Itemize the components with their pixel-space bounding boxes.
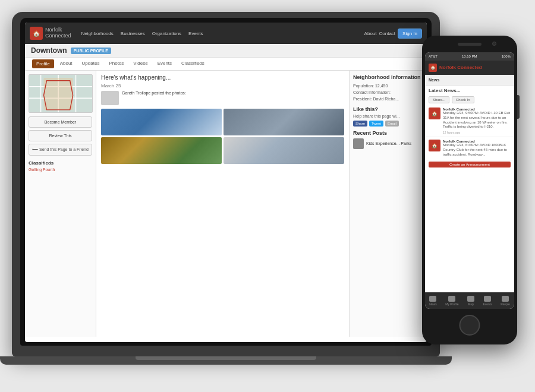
nav-links: Neighborhoods Businesses Organizations E…	[78, 29, 362, 38]
phone-news-time-1: 12 hours ago	[443, 131, 511, 134]
like-description: Help share this page wi...	[353, 114, 423, 118]
become-member-button[interactable]: Become Member	[29, 116, 92, 128]
bottom-events-label: Events	[483, 302, 492, 306]
photos-grid	[101, 109, 344, 164]
phone-logo-icon: 🏠	[429, 64, 437, 72]
nav-businesses[interactable]: Businesses	[118, 29, 148, 38]
facebook-share-button[interactable]: Share	[353, 121, 367, 127]
laptop: 🏠 Norfolk Connected Neighborhoods Busine…	[12, 12, 440, 356]
twitter-share-button[interactable]: Tweet	[369, 121, 383, 127]
phone-latest-news-title: Latest News...	[425, 86, 514, 94]
phone-news-text-2: Monday 3/24, 6:46PM: AVOID 1600BLK Count…	[443, 143, 511, 157]
nav-neighborhoods[interactable]: Neighborhoods	[78, 29, 117, 38]
phone-bottom-events[interactable]: Events	[483, 296, 492, 306]
post-date: March 25	[101, 83, 344, 88]
phone-navbar: 🏠 Norfolk Connected	[425, 61, 514, 75]
phone-news-content-1: Norfolk Connected Monday 3/24, 9:50PM: A…	[443, 108, 511, 134]
phone-home-button[interactable]	[460, 315, 480, 336]
phone-news-icon-1: 🏠	[429, 108, 440, 119]
phone-share-button[interactable]: Share...	[429, 96, 449, 103]
classifieds-title: Classifieds	[29, 160, 92, 166]
tab-videos[interactable]: Videos	[128, 58, 152, 70]
public-profile-badge: PUBLIC PROFILE	[71, 48, 111, 54]
phone-checkin-button[interactable]: Check In	[452, 96, 474, 103]
phone-side-button	[517, 95, 520, 119]
people-icon	[502, 296, 509, 302]
laptop-base	[0, 356, 452, 365]
laptop-screen: 🏠 Norfolk Connected Neighborhoods Busine…	[25, 23, 427, 342]
nav-events[interactable]: Events	[185, 29, 206, 38]
tab-updates[interactable]: Updates	[77, 58, 105, 70]
nav-organizations[interactable]: Organizations	[149, 29, 184, 38]
phone-bottom-profile[interactable]: My Profile	[445, 296, 458, 306]
email-share-button[interactable]: Email	[385, 121, 399, 127]
profile-icon	[448, 296, 455, 302]
photo-1	[101, 109, 222, 135]
recent-post-text: Kids Experience... Parks	[366, 141, 411, 146]
phone-news-item-2: 🏠 Norfolk Connected Monday 3/24, 6:46PM:…	[425, 137, 514, 160]
phone-carrier: AT&T	[429, 55, 438, 58]
phone-bottom-news[interactable]: News	[429, 296, 437, 306]
phone-speaker	[458, 43, 482, 46]
signin-button[interactable]: Sign In	[398, 29, 422, 39]
logo-text: Norfolk Connected	[45, 27, 71, 39]
tab-profile[interactable]: Profile	[32, 59, 54, 68]
tab-about[interactable]: About	[55, 58, 77, 70]
classifieds-section: Classifieds Golfing Fourth	[29, 160, 92, 172]
phone-section-title: News	[429, 78, 439, 82]
phone-app-title: Norfolk Connected	[439, 65, 482, 71]
map-image	[29, 74, 93, 113]
bottom-map-label: Map	[468, 302, 474, 306]
post-entry: Gareth Trollope posted the photos:	[101, 91, 344, 105]
nav-about[interactable]: About	[364, 31, 377, 36]
share-page-button[interactable]: ⟵ Send this Page to a Friend	[29, 144, 92, 156]
nav-right: About Contact Sign In	[364, 29, 422, 39]
phone-bottom-map[interactable]: Map	[467, 296, 474, 306]
phone-bottom-people[interactable]: People	[501, 296, 510, 306]
tab-events[interactable]: Events	[153, 58, 177, 70]
phone-news-icon-2: 🏠	[429, 140, 440, 151]
like-section-title: Like this?	[353, 106, 423, 112]
phone: AT&T 10:10 PM 100% 🏠 Norfolk Connected N…	[422, 36, 517, 344]
svg-rect-7	[44, 78, 73, 110]
phone-announce-button[interactable]: Create an Announcement	[429, 162, 511, 167]
happening-heading: Here's what's happening...	[101, 74, 344, 81]
phone-screen: AT&T 10:10 PM 100% 🏠 Norfolk Connected N…	[425, 52, 514, 309]
post-avatar	[353, 138, 364, 149]
bottom-profile-label: My Profile	[445, 302, 458, 306]
photo-2	[224, 109, 344, 135]
nav-contact[interactable]: Contact	[379, 31, 396, 36]
bottom-news-label: News	[429, 302, 437, 306]
tab-classifieds[interactable]: Classifieds	[177, 58, 209, 70]
phone-section-bar: News	[425, 75, 514, 86]
phone-action-row: Share... Check In	[425, 94, 514, 105]
classifieds-link[interactable]: Golfing Fourth	[29, 167, 92, 172]
left-sidebar: Become Member Review This ⟵ Send this Pa…	[25, 71, 96, 337]
tab-photos[interactable]: Photos	[104, 58, 128, 70]
photo-4	[224, 137, 344, 164]
recent-posts-title: Recent Posts	[353, 130, 423, 136]
phone-news-content-2: Norfolk Connected Monday 3/24, 6:46PM: A…	[443, 140, 511, 157]
main-content: Become Member Review This ⟵ Send this Pa…	[25, 71, 427, 337]
tabs-bar: Profile About Updates Photos Videos Even…	[25, 58, 427, 71]
review-button[interactable]: Review This	[29, 130, 92, 141]
nav-logo: 🏠 Norfolk Connected	[30, 27, 71, 40]
news-icon	[429, 296, 436, 302]
post-thumbnail	[101, 91, 119, 105]
phone-battery: 100%	[502, 55, 511, 58]
recent-post-item: Kids Experience... Parks	[353, 138, 423, 149]
neighborhood-info-text: Population: 12,450 Contact Information: …	[353, 83, 423, 103]
phone-camera	[492, 42, 496, 46]
bottom-people-label: People	[501, 302, 510, 306]
phone-time: 10:10 PM	[462, 55, 477, 58]
page-title: Downtown	[31, 46, 67, 55]
post-author-text: Gareth Trollope posted the photos:	[122, 91, 186, 95]
middle-content: Here's what's happening... March 25 Gare…	[96, 71, 350, 337]
phone-news-item-1: 🏠 Norfolk Connected Monday 3/24, 9:50PM:…	[425, 105, 514, 137]
map-icon	[467, 296, 474, 302]
navbar: 🏠 Norfolk Connected Neighborhoods Busine…	[25, 23, 427, 44]
social-share-buttons: Share Tweet Email	[353, 121, 423, 127]
phone-status-bar: AT&T 10:10 PM 100%	[425, 52, 514, 61]
sub-header: Downtown PUBLIC PROFILE	[25, 44, 427, 58]
events-icon	[484, 296, 491, 302]
